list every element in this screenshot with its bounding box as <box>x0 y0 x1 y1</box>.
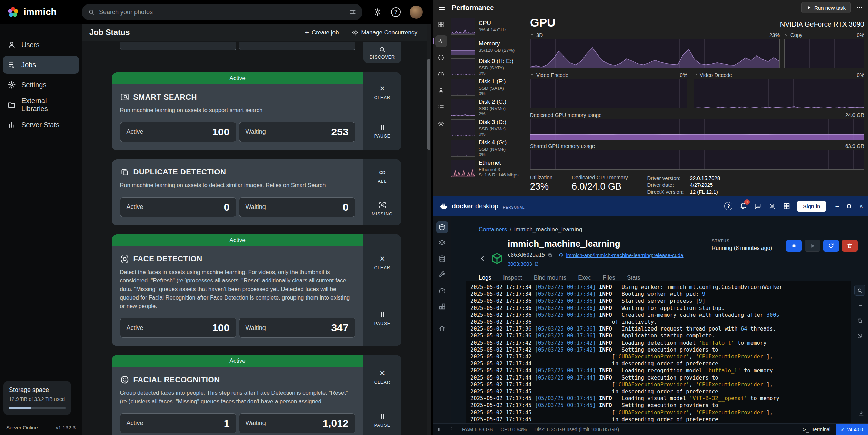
docker-help-icon[interactable]: ? <box>724 202 732 210</box>
gpu-panel: GPU NVIDIA GeForce RTX 3090 3D 23% Copy … <box>530 16 864 195</box>
sidebar-item-users[interactable]: Users <box>3 36 79 54</box>
notifications-bell-icon[interactable]: 1 <box>739 202 747 211</box>
immich-logo[interactable]: immich <box>7 6 82 18</box>
log-panel[interactable]: 2025-05-02 17:17:34 [05/03/25 00:17:34] … <box>466 281 851 423</box>
menu-icon[interactable] <box>438 4 446 11</box>
pause-job-button[interactable]: PAUSE <box>363 111 401 150</box>
manage-concurrency-button[interactable]: Manage Concurrency <box>352 29 417 36</box>
rail-item-extensions[interactable] <box>436 301 448 312</box>
apps-grid-icon[interactable] <box>783 202 790 210</box>
docker-desktop-window: docker desktop PERSONAL ? 1 Sign in – × … <box>433 196 868 435</box>
clear-job-button[interactable]: × CLEAR <box>363 234 401 290</box>
counter-label: Waiting <box>246 419 266 427</box>
tm-sidebar-disk2[interactable]: Disk 2 (C:) SSD (NVMe) 2% <box>449 99 530 117</box>
copy-id-icon[interactable] <box>547 253 552 258</box>
rail-item-containers[interactable] <box>436 221 448 233</box>
rail-item-startup-apps[interactable] <box>435 68 447 80</box>
tm-sidebar-disk3[interactable]: Disk 3 (D:) SSD (NVMe) 0% <box>449 119 530 137</box>
counter-value: 100 <box>212 126 229 138</box>
close-icon[interactable]: × <box>859 203 863 210</box>
disk1-mini-chart <box>451 79 475 96</box>
port-link[interactable]: 3003:3003 <box>508 261 539 267</box>
start-container-button[interactable] <box>805 240 820 252</box>
rail-item-home[interactable] <box>436 323 448 334</box>
tm-sidebar-ethernet[interactable]: Ethernet Ethernet 3 S: 1.6 R: 146 Mbps <box>449 160 530 178</box>
storage-title: Storage space <box>9 386 66 394</box>
rail-item-volumes[interactable] <box>436 253 448 265</box>
sidebar-item-label: External Libraries <box>21 97 74 113</box>
docker-settings-icon[interactable] <box>768 202 776 210</box>
tm-sidebar-disk1[interactable]: Disk 1 (F:) SSD (SATA) 0% <box>449 78 530 96</box>
pause-resources-icon[interactable] <box>437 427 442 432</box>
rail-item-users[interactable] <box>435 85 447 97</box>
feedback-icon[interactable] <box>754 202 761 210</box>
sidebar-item-jobs[interactable]: Jobs <box>3 56 79 74</box>
search-filters-icon[interactable] <box>349 9 356 16</box>
run-missing-button[interactable]: MISSING <box>363 192 401 225</box>
clear-job-button[interactable]: × CLEAR <box>363 72 401 111</box>
scroll-to-bottom-button[interactable] <box>858 410 865 418</box>
counter-value: 253 <box>331 126 348 138</box>
rail-item-app-history[interactable] <box>435 52 447 63</box>
immich-window: immich ? Users Jobs Settings <box>0 0 431 435</box>
maximize-icon[interactable] <box>846 203 852 209</box>
chevron-down-icon[interactable] <box>694 73 698 77</box>
log-search-button[interactable] <box>854 285 865 296</box>
run-new-task-button[interactable]: Run new task <box>801 2 851 13</box>
directx-version-value: 12 (FL 12.1) <box>690 189 720 195</box>
chevron-down-icon[interactable] <box>784 33 788 37</box>
restart-container-button[interactable] <box>823 240 839 252</box>
image-link[interactable]: immich-app/immich-machine-learning:relea… <box>559 252 683 258</box>
scrollbar-track[interactable] <box>427 24 431 435</box>
run-all-button[interactable]: ∞ ALL <box>363 159 401 192</box>
avatar[interactable] <box>410 6 423 19</box>
rail-item-services[interactable] <box>435 118 447 130</box>
sidebar-item-server-stats[interactable]: Server Stats <box>3 116 79 134</box>
terminal-button[interactable]: >_ Terminal <box>797 427 836 432</box>
chart-value-3d: 23% <box>769 32 780 38</box>
tm-sidebar-disk4[interactable]: Disk 4 (G:) SSD (NVMe) 0% <box>449 139 530 157</box>
rail-item-images[interactable] <box>436 237 448 249</box>
gpu-3d-chart <box>530 39 779 68</box>
rail-item-builds[interactable] <box>436 269 448 281</box>
help-icon[interactable]: ? <box>391 7 401 17</box>
log-wrap-button[interactable] <box>854 300 865 311</box>
minimize-icon[interactable]: – <box>835 203 839 210</box>
pause-job-button[interactable]: PAUSE <box>363 398 401 435</box>
chevron-down-icon[interactable] <box>530 33 534 37</box>
discover-button[interactable]: DISCOVER <box>363 42 401 63</box>
resources-menu-icon[interactable] <box>449 427 455 432</box>
search-bar[interactable] <box>82 4 362 20</box>
tm-sidebar-cpu[interactable]: CPU 9% 4.14 GHz <box>449 17 530 35</box>
sidebar-item-settings[interactable]: Settings <box>3 76 79 94</box>
chevron-down-icon[interactable] <box>530 73 534 77</box>
stop-container-button[interactable] <box>786 240 802 252</box>
search-input[interactable] <box>99 9 345 16</box>
rail-item-processes[interactable] <box>435 19 447 30</box>
back-icon[interactable] <box>479 254 487 263</box>
mini-sub: 0% <box>479 132 506 137</box>
sign-in-button[interactable]: Sign in <box>797 201 826 212</box>
theme-toggle-icon[interactable] <box>373 8 382 17</box>
log-copy-button[interactable] <box>854 315 865 326</box>
tm-sidebar-memory[interactable]: Memory 35/128 GB (27%) <box>449 38 530 55</box>
tm-sidebar-disk0[interactable]: Disk 0 (H: E:) SSD (SATA) 0% <box>449 58 530 76</box>
log-line: 2025-05-02 17:17:36 [05/03/25 00:17:36] … <box>470 312 847 318</box>
log-search-icon <box>857 287 863 293</box>
disk3-mini-chart <box>451 119 475 136</box>
sidebar-item-external-libraries[interactable]: External Libraries <box>3 96 79 114</box>
breadcrumb-containers-link[interactable]: Containers <box>479 226 507 233</box>
pause-job-button[interactable]: PAUSE <box>363 290 401 346</box>
rail-item-models[interactable] <box>436 285 448 296</box>
more-options-icon[interactable] <box>856 4 863 11</box>
rail-item-details[interactable] <box>435 101 447 113</box>
create-job-button[interactable]: + Create job <box>305 29 339 37</box>
server-status-footer: Server Online v1.132.3 <box>0 420 82 435</box>
scrollbar-thumb[interactable] <box>427 59 430 150</box>
log-clear-button[interactable] <box>854 330 865 341</box>
delete-container-button[interactable] <box>842 240 858 252</box>
status-label: STATUS <box>712 239 772 243</box>
rail-item-performance[interactable] <box>435 35 447 47</box>
clear-job-button[interactable]: × CLEAR <box>363 355 401 398</box>
version-chip[interactable]: ✓ v4.40.0 <box>836 424 868 435</box>
